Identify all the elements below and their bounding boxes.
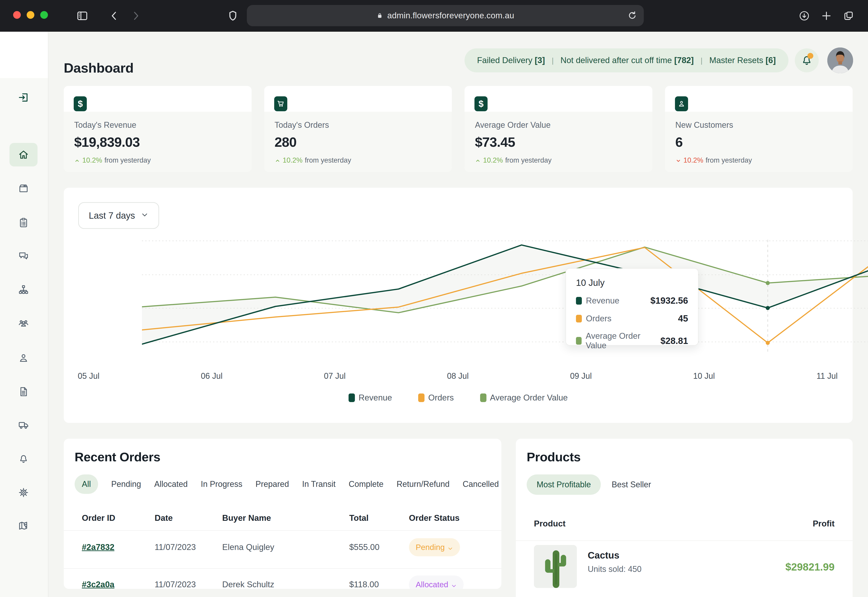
back-button[interactable]	[108, 0, 120, 32]
stat-card: $ Today's Revenue $19,839.03 10.2% from …	[64, 86, 252, 172]
column-header: Order Status	[409, 513, 459, 523]
stat-card-header: $	[465, 86, 652, 112]
enter-icon	[18, 92, 29, 103]
tab-in-progress[interactable]: In Progress	[201, 480, 242, 489]
products-panel: Products Most ProfitableBest Seller Prod…	[516, 439, 853, 597]
sidebar-top-strip	[0, 32, 48, 78]
date-range-label: Last 7 days	[89, 211, 135, 221]
bell-icon	[18, 453, 29, 464]
sidebar-item-enter[interactable]	[9, 86, 37, 109]
order-status-tabs: AllPendingAllocatedIn ProgressPreparedIn…	[75, 474, 499, 494]
tab-overview-icon[interactable]	[843, 0, 855, 32]
truck-icon	[18, 419, 29, 431]
avatar[interactable]	[827, 48, 853, 73]
stat-value: $19,839.03	[74, 134, 241, 150]
document-icon	[18, 386, 29, 397]
tooltip-row: Orders 45	[576, 313, 688, 324]
new-tab-icon[interactable]	[821, 0, 832, 32]
sidebar-item-chat[interactable]	[9, 244, 37, 268]
stat-label: Today's Revenue	[74, 120, 241, 130]
lock-icon	[376, 12, 383, 19]
notifications-button[interactable]	[795, 48, 819, 72]
legend-label: Average Order Value	[490, 393, 568, 402]
legend-item[interactable]: Orders	[418, 393, 454, 402]
date-range-select[interactable]: Last 7 days	[78, 202, 159, 229]
column-header: Total	[349, 513, 369, 523]
legend-item[interactable]: Revenue	[348, 393, 392, 402]
chevron-down-icon	[141, 211, 148, 221]
sidebar-item-home[interactable]	[9, 143, 37, 166]
sidebar-item-user[interactable]	[9, 346, 37, 370]
order-id-link[interactable]: #3c2a0a	[82, 580, 114, 589]
close-window-button[interactable]	[13, 11, 21, 19]
product-tabs: Most ProfitableBest Seller	[527, 474, 651, 495]
stat-card-header	[665, 86, 853, 112]
sidebar	[0, 32, 48, 597]
order-status-dropdown[interactable]: Allocated	[409, 576, 464, 589]
tab-complete[interactable]: Complete	[349, 480, 384, 489]
tab-most-profitable[interactable]: Most Profitable	[527, 474, 601, 495]
order-status-dropdown[interactable]: Pending	[409, 538, 460, 556]
divider	[516, 541, 853, 541]
legend-swatch	[348, 394, 355, 402]
zoom-window-button[interactable]	[40, 11, 48, 19]
user-icon	[18, 352, 29, 364]
product-units-sold: Units sold: 450	[588, 564, 641, 574]
x-axis-label: 09 Jul	[570, 371, 592, 381]
sidebar-item-package[interactable]	[9, 177, 37, 200]
stat-card: $ Average Order Value $73.45 10.2% from …	[465, 86, 652, 172]
tab-return-refund[interactable]: Return/Refund	[397, 480, 450, 489]
caret-up-icon	[475, 157, 481, 163]
tab-pending[interactable]: Pending	[111, 480, 141, 489]
cart-icon	[274, 97, 287, 111]
tab-cancelled[interactable]: Cancelled	[463, 480, 499, 489]
chart-tooltip: 10 July Revenue $1932.56 Orders 45 Avera…	[566, 268, 698, 346]
order-id-link[interactable]: #2a7832	[82, 542, 114, 552]
customer-icon	[675, 97, 688, 111]
sidebar-toggle-icon[interactable]	[76, 0, 89, 32]
alerts-banner[interactable]: Failed Delivery [3]|Not delivered after …	[465, 48, 789, 72]
sitemap-icon	[18, 284, 29, 296]
recent-orders-title: Recent Orders	[75, 450, 160, 464]
stat-value: 6	[675, 134, 843, 150]
tooltip-row: Revenue $1932.56	[576, 296, 688, 306]
legend-swatch	[418, 394, 425, 402]
stat-label: Today's Orders	[275, 120, 442, 130]
forward-button[interactable]	[130, 0, 142, 32]
sidebar-item-users[interactable]	[9, 312, 37, 336]
alert-item[interactable]: Not delivered after cut off time [782]	[561, 56, 694, 65]
column-header: Order ID	[82, 513, 115, 523]
tab-best-seller[interactable]: Best Seller	[612, 480, 651, 489]
stat-card-header: $	[64, 86, 252, 112]
sidebar-item-map-pin[interactable]	[9, 514, 37, 538]
legend-label: Orders	[428, 393, 454, 402]
column-header: Product	[534, 519, 566, 529]
reload-icon[interactable]	[627, 10, 637, 21]
tab-all[interactable]: All	[75, 474, 98, 494]
minimize-window-button[interactable]	[27, 11, 34, 19]
address-bar[interactable]: admin.flowersforeveryone.com.au	[247, 5, 644, 26]
tab-prepared[interactable]: Prepared	[255, 480, 289, 489]
legend-item[interactable]: Average Order Value	[480, 393, 568, 402]
tab-in-transit[interactable]: In Transit	[302, 480, 335, 489]
order-date: 11/07/2023	[155, 580, 196, 589]
tab-allocated[interactable]: Allocated	[154, 480, 188, 489]
tooltip-label: Revenue	[586, 296, 619, 306]
alert-separator: |	[701, 56, 702, 65]
sidebar-item-clipboard[interactable]	[9, 211, 37, 235]
stat-card-header	[264, 86, 452, 112]
download-icon[interactable]	[798, 0, 810, 32]
sidebar-item-truck[interactable]	[9, 413, 37, 437]
buyer-name: Derek Schultz	[222, 580, 274, 589]
tooltip-label: Orders	[586, 314, 612, 323]
order-total: $118.00	[349, 580, 379, 589]
sidebar-item-document[interactable]	[9, 380, 37, 404]
alert-item[interactable]: Master Resets [6]	[710, 56, 776, 65]
sidebar-item-bell[interactable]	[9, 447, 37, 470]
shield-icon[interactable]	[227, 0, 239, 32]
sidebar-item-gear[interactable]	[9, 481, 37, 504]
tooltip-swatch	[576, 297, 582, 304]
sidebar-item-sitemap[interactable]	[9, 278, 37, 301]
stat-card-body: Today's Revenue $19,839.03 10.2% from ye…	[64, 112, 252, 172]
alert-item[interactable]: Failed Delivery [3]	[477, 56, 545, 65]
